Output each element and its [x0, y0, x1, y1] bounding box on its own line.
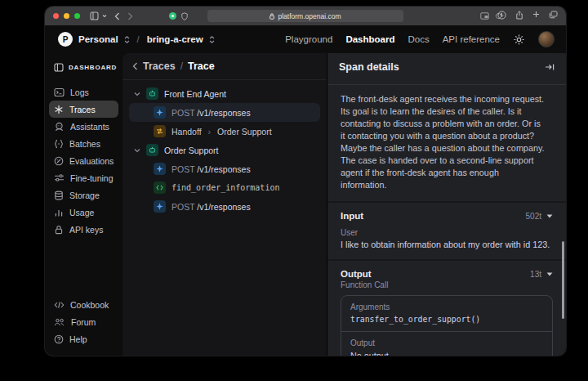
sidebar-toggle-icon[interactable]: [90, 11, 107, 20]
input-message: I like to obtain information about my or…: [341, 240, 553, 249]
output-section: Output 13t Function Call Arguments trans: [327, 259, 566, 356]
chevron-left-icon[interactable]: [132, 62, 138, 70]
sidebar-item-storage[interactable]: Storage: [49, 186, 118, 204]
breadcrumb-current: Trace: [188, 61, 215, 72]
org-avatar[interactable]: P: [58, 32, 73, 47]
usage-icon: [54, 208, 64, 217]
sidebar-item-evaluations[interactable]: Evaluations: [49, 152, 118, 169]
arguments-label: Arguments: [350, 303, 543, 312]
help-icon: [54, 334, 64, 344]
lock-icon: [270, 13, 274, 20]
evaluations-icon: [54, 156, 64, 166]
nav-dashboard[interactable]: Dashboard: [345, 34, 394, 44]
input-token-count: 502t: [526, 212, 541, 221]
sidebar-item-assistants[interactable]: Assistants: [49, 118, 118, 135]
post-span-icon: [154, 106, 166, 119]
org-chevron-updown-icon[interactable]: [124, 36, 130, 43]
tree-row-agent-order-support[interactable]: Order Support: [129, 141, 320, 159]
api-keys-lock-icon: [54, 225, 64, 235]
function-output-value: No output: [350, 351, 543, 356]
cookbook-code-icon: [54, 301, 65, 309]
picture-in-picture-icon[interactable]: [480, 12, 489, 20]
agent-icon: [146, 144, 158, 156]
zoom-window-button[interactable]: [74, 13, 80, 19]
output-kind: Function Call: [341, 280, 553, 289]
trace-breadcrumb: Traces / Trace: [122, 53, 327, 80]
sidebar-item-logs[interactable]: Logs: [49, 83, 118, 101]
sidebar-item-usage[interactable]: Usage: [49, 204, 118, 221]
sidebar-item-help[interactable]: Help: [49, 330, 118, 347]
panel-scrollbar[interactable]: [562, 241, 564, 319]
logs-icon: [54, 87, 65, 97]
sidebar-item-batches[interactable]: Batches: [49, 135, 118, 152]
assistants-icon: [54, 122, 65, 132]
address-bar[interactable]: platform.openai.com: [207, 10, 403, 22]
breadcrumb-traces-link[interactable]: Traces: [143, 61, 176, 72]
post-span-icon: [154, 200, 166, 213]
output-token-count: 13t: [530, 270, 541, 279]
sidebar-item-forum[interactable]: Forum: [49, 313, 118, 330]
close-window-button[interactable]: [53, 13, 59, 19]
tab-overview-icon[interactable]: [549, 11, 558, 20]
sidebar-section-dashboard: DASHBOARD: [49, 60, 118, 83]
downloads-icon[interactable]: [497, 11, 506, 20]
post-span-icon: [154, 163, 166, 175]
sidebar-item-traces[interactable]: Traces: [49, 101, 118, 118]
app-header: P Personal / bring-a-crew Playground Das…: [45, 25, 566, 53]
trace-tree-panel: Traces / Trace Front End Agent: [122, 53, 327, 356]
collapse-panel-icon[interactable]: [545, 63, 555, 71]
input-collapse-caret-icon[interactable]: [546, 214, 553, 218]
input-section: Input 502t User I like to obtain informa…: [327, 201, 566, 259]
forward-button[interactable]: [127, 12, 133, 20]
tree-row-function-call[interactable]: find_order_information: [129, 178, 320, 197]
input-role: User: [341, 228, 553, 237]
storage-icon: [54, 190, 64, 200]
tree-row-post-3[interactable]: POST /v1/responses: [129, 197, 320, 216]
agent-icon: [146, 87, 158, 100]
tree-row-agent-front-end[interactable]: Front End Agent: [129, 84, 320, 103]
function-call-box: Arguments transfer_to_order_support() Ou…: [341, 295, 553, 356]
tree-row-post-1[interactable]: POST /v1/responses: [129, 103, 320, 122]
arguments-value: transfer_to_order_support(): [350, 315, 543, 324]
back-button[interactable]: [114, 12, 120, 20]
sidebar-item-cookbook[interactable]: Cookbook: [49, 296, 118, 313]
org-switcher[interactable]: Personal: [78, 34, 118, 44]
collapse-caret-icon[interactable]: [134, 148, 140, 153]
sidebar-item-api-keys[interactable]: API keys: [49, 221, 118, 238]
traffic-lights: [53, 13, 80, 19]
breadcrumb-separator: /: [136, 34, 141, 44]
share-icon[interactable]: [515, 11, 523, 20]
traces-icon: [54, 105, 64, 114]
browser-window: platform.openai.com: [45, 7, 566, 356]
span-details-panel: Span details The front-desk agent receiv…: [327, 53, 566, 356]
sidebar-item-fine-tuning[interactable]: Fine-tuning: [49, 169, 118, 186]
minimize-window-button[interactable]: [64, 13, 69, 19]
project-chevron-updown-icon[interactable]: [209, 36, 215, 43]
tree-row-post-2[interactable]: POST /v1/responses: [129, 159, 320, 178]
user-avatar[interactable]: [538, 31, 555, 47]
collapse-caret-icon[interactable]: [134, 92, 140, 96]
new-tab-icon[interactable]: [532, 11, 540, 20]
sidebar: DASHBOARD Logs Traces Assistants: [45, 53, 122, 356]
output-label: Output: [341, 269, 372, 279]
nav-api-reference[interactable]: API reference: [443, 34, 500, 44]
output-collapse-caret-icon[interactable]: [546, 272, 553, 276]
batches-icon: [54, 139, 64, 149]
url-text: platform.openai.com: [278, 12, 341, 20]
span-details-title: Span details: [339, 61, 399, 73]
function-tool-icon: [154, 182, 166, 194]
function-output-label: Output: [350, 338, 543, 347]
nav-playground[interactable]: Playground: [285, 34, 332, 44]
project-switcher[interactable]: bring-a-crew: [147, 34, 203, 44]
dashboard-panel-icon: [54, 63, 64, 72]
forum-people-icon: [54, 317, 65, 326]
settings-gear-icon[interactable]: [513, 34, 525, 46]
input-label: Input: [341, 211, 363, 221]
browser-chrome: platform.openai.com: [45, 7, 566, 25]
tree-row-handoff[interactable]: Handoff › Order Support: [129, 122, 320, 141]
nav-docs[interactable]: Docs: [408, 34, 429, 44]
extension-icon[interactable]: [169, 12, 176, 20]
agent-description: The front-desk agent receives the incomi…: [341, 93, 553, 191]
privacy-shield-icon[interactable]: [181, 12, 188, 20]
handoff-icon: [154, 125, 166, 137]
